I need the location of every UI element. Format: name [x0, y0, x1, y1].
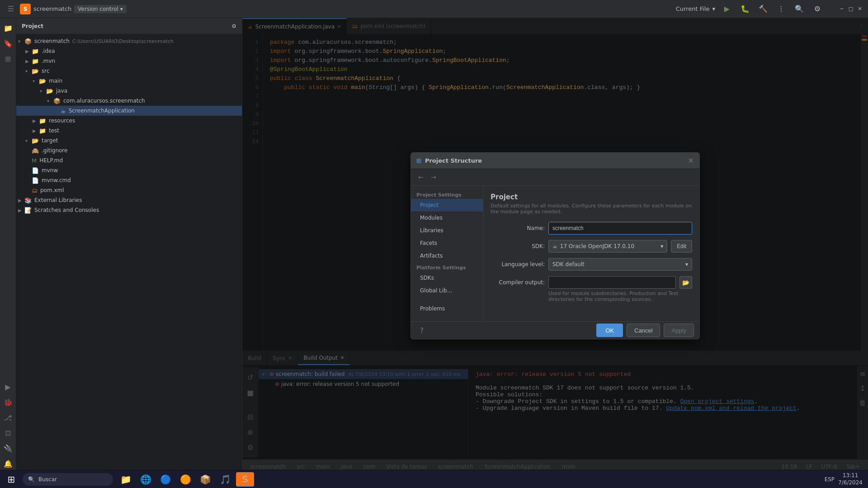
tree-resources[interactable]: ▶ 📁 resources	[16, 116, 242, 126]
run-button[interactable]: ▶	[721, 3, 733, 15]
dialog-ok-button[interactable]: OK	[596, 324, 623, 337]
lang-label: Language level:	[491, 261, 545, 267]
tree-java[interactable]: ▾ 📂 java	[16, 86, 242, 96]
tree-main[interactable]: ▾ 📂 main	[16, 76, 242, 86]
window-controls: ─ □ ✕	[838, 5, 863, 13]
tree-package[interactable]: ▾ 📦 com.aluracursos.screenmatch	[16, 96, 242, 106]
more-options-button[interactable]: ⋮	[775, 3, 788, 15]
sidebar-item-libraries[interactable]: Libraries	[411, 224, 483, 237]
compiler-output-input[interactable]	[548, 276, 676, 289]
structure-icon[interactable]: ⊞	[2, 52, 14, 65]
run-icon[interactable]: ▶	[2, 380, 14, 393]
taskbar-search[interactable]: 🔍 Buscar	[23, 473, 113, 486]
tree-scratches[interactable]: ▶ 📝 Scratches and Consoles	[16, 205, 242, 215]
dialog-forward-button[interactable]: →	[427, 171, 440, 183]
version-control-dropdown[interactable]: Version control ▾	[74, 5, 126, 13]
debug-button[interactable]: 🐛	[739, 3, 751, 15]
settings-button[interactable]: ⚙	[811, 3, 824, 15]
taskbar-app-5[interactable]: 🎵	[216, 472, 234, 487]
start-button[interactable]: ⊞	[0, 474, 23, 485]
dialog-help-icon[interactable]: ?	[416, 325, 427, 336]
sidebar-item-project[interactable]: Project	[411, 199, 483, 211]
tree-idea[interactable]: ▶ 📁 .idea	[16, 46, 242, 56]
sdk-chevron: ▾	[660, 243, 663, 249]
bookmarks-icon[interactable]: 🔖	[2, 37, 14, 50]
build-button[interactable]: 🔨	[757, 3, 769, 15]
sidebar-item-artifacts[interactable]: Artifacts	[411, 249, 483, 262]
sdk-edit-button[interactable]: Edit	[671, 240, 692, 253]
close-button[interactable]: ✕	[856, 5, 863, 13]
minimize-button[interactable]: ─	[838, 5, 845, 13]
dialog-cancel-button[interactable]: Cancel	[627, 324, 660, 337]
plugins-icon[interactable]: 🔌	[2, 442, 14, 455]
taskbar-browser-1[interactable]: 🌐	[137, 472, 155, 487]
lang-chevron: ▾	[685, 261, 688, 267]
tree-src[interactable]: ▾ 📂 src	[16, 66, 242, 76]
sidebar-item-problems[interactable]: Problems	[411, 302, 483, 315]
root-name: screenmatch	[34, 38, 70, 44]
dialog-apply-button[interactable]: Apply	[664, 324, 694, 337]
taskbar-browser-2[interactable]: 🔵	[156, 472, 175, 487]
tree-gitignore[interactable]: 🙈 .gitignore	[16, 145, 242, 155]
git-icon[interactable]: ⎇	[2, 411, 14, 424]
project-settings-header: Project Settings	[411, 189, 483, 199]
dialog-back-button[interactable]: ←	[415, 171, 427, 183]
editor-wrapper: ☕ ScreenmatchApplication.java ✕ 🗂 pom.xm…	[242, 18, 868, 474]
taskbar-file-explorer[interactable]: 📁	[117, 472, 135, 487]
tree-mvnw[interactable]: 📄 mvnw	[16, 165, 242, 175]
project-label: Project	[420, 202, 439, 208]
run-config-label: Current File	[676, 5, 710, 12]
left-icon-bar: 📁 🔖 ⊞ ▶ 🐞 ⎇ ⊡ 🔌 🔔	[0, 18, 16, 474]
global-libs-label: Global Lib...	[420, 287, 452, 294]
run-config-chevron: ▾	[712, 5, 715, 12]
sidebar-item-modules[interactable]: Modules	[411, 211, 483, 224]
debug-icon[interactable]: 🐞	[2, 396, 14, 408]
search-everywhere-button[interactable]: 🔍	[793, 3, 806, 15]
tree-root[interactable]: ▾ 📦 screenmatch C:\Users\USUARIO\Desktop…	[16, 36, 242, 46]
dialog-title: Project Structure	[425, 157, 482, 164]
problems-label: Problems	[420, 305, 445, 312]
project-panel-title: Project	[22, 23, 228, 29]
sdk-icon: ☕	[552, 243, 557, 249]
windows-taskbar: ⊞ 🔍 Buscar 📁 🌐 🔵 🟠 📦 🎵 S ESP 13:11 7/6/2…	[0, 470, 868, 488]
name-input[interactable]	[548, 222, 692, 235]
tree-external-libs[interactable]: ▶ 📚 External Libraries	[16, 195, 242, 205]
taskbar-browser-3[interactable]: 🟠	[176, 472, 194, 487]
taskbar-app-4[interactable]: 📦	[196, 472, 214, 487]
sidebar-item-sdks[interactable]: SDKs	[411, 272, 483, 284]
sidebar-item-facets[interactable]: Facets	[411, 237, 483, 249]
tree-screenmatch-app[interactable]: ☕ ScreenmatchApplication	[16, 106, 242, 116]
hamburger-menu-icon[interactable]: ☰	[5, 3, 17, 15]
compiler-label: Compiler output:	[491, 279, 545, 286]
dialog-section-title: Project	[491, 193, 692, 201]
run-config-selector[interactable]: Current File ▾	[676, 5, 715, 12]
search-icon: 🔍	[28, 476, 35, 483]
dialog-bottom-bar: ? OK Cancel Apply	[411, 321, 699, 339]
form-row-name: Name:	[491, 222, 692, 235]
tree-target[interactable]: ▾ 📂 target	[16, 136, 242, 145]
taskbar-apps: 📁 🌐 🔵 🟠 📦 🎵 S	[113, 472, 258, 487]
maximize-button[interactable]: □	[847, 5, 854, 13]
dialog-body: Project Settings Project Modules Librari…	[411, 186, 699, 321]
taskbar-intellij[interactable]: S	[236, 472, 254, 487]
tree-mvn[interactable]: ▶ 📁 .mvn	[16, 56, 242, 66]
compiler-output-browse-button[interactable]: 📂	[679, 276, 692, 289]
tree-pom-xml[interactable]: 🗂 pom.xml	[16, 185, 242, 195]
project-panel-toggle[interactable]: 📁	[2, 22, 14, 34]
sdk-label: SDK:	[491, 243, 545, 249]
tree-mvnw-cmd[interactable]: 📄 mvnw.cmd	[16, 175, 242, 185]
tree-help-md[interactable]: M HELP.md	[16, 155, 242, 165]
top-bar-left: ☰ S screenmatch Version control ▾	[5, 3, 676, 15]
dialog-close-button[interactable]: ✕	[688, 156, 694, 165]
notifications-icon[interactable]: 🔔	[2, 457, 14, 470]
sdk-dropdown[interactable]: ☕ 17 Oracle OpenJDK 17.0.10 ▾	[548, 240, 667, 253]
lang-value: SDK default	[552, 261, 585, 267]
version-control-label: Version control	[78, 6, 118, 12]
terminal-icon[interactable]: ⊡	[2, 427, 14, 439]
project-panel-options[interactable]: ⚙	[231, 23, 236, 29]
compiler-help-text: Used for module subdirectories. Producti…	[491, 291, 692, 302]
project-panel: Project ⚙ ▾ 📦 screenmatch C:\Users\USUAR…	[16, 18, 242, 474]
tree-test[interactable]: ▶ 📁 test	[16, 126, 242, 136]
lang-dropdown[interactable]: SDK default ▾	[548, 258, 692, 271]
sidebar-item-global-libs[interactable]: Global Lib...	[411, 284, 483, 297]
